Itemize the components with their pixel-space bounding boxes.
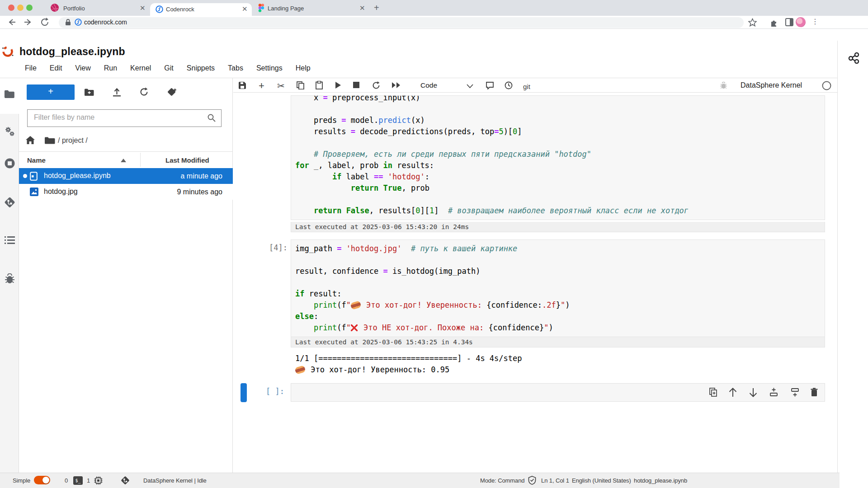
statusbar-filename[interactable]: hotdog_please.ipynb	[634, 477, 687, 484]
notebook-content: x = preprocess_input(x) preds = model.pr…	[233, 93, 837, 473]
settings-gears-icon[interactable]	[4, 126, 15, 137]
window-minimize-button[interactable]	[17, 5, 24, 11]
menu-item-settings[interactable]: Settings	[256, 64, 283, 72]
move-cell-down-icon[interactable]	[749, 388, 758, 397]
selected-cell-indicator[interactable]	[241, 383, 247, 402]
cell-3-prompt: [ ]:	[266, 387, 284, 396]
column-header-modified[interactable]: Last Modified	[165, 156, 209, 164]
git-toolbar-label[interactable]: git	[523, 83, 530, 90]
forward-icon[interactable]	[24, 18, 33, 27]
cell-2-execution-info: Last executed at 2025-03-06 15:43:25 in …	[291, 337, 825, 347]
add-cell-icon[interactable]: +	[259, 80, 264, 92]
file-name: hotdog.jpg	[44, 188, 78, 196]
cut-icon[interactable]: ✂	[277, 80, 285, 91]
tab-codenrock-close-icon[interactable]: ✕	[242, 5, 248, 13]
cell-2-prompt: [4]:	[269, 243, 288, 252]
side-panel-icon[interactable]	[785, 18, 793, 26]
running-sessions-icon[interactable]	[4, 158, 15, 169]
browser-menu-icon[interactable]: ⋮	[811, 17, 819, 26]
insert-cell-below-icon[interactable]	[790, 388, 800, 397]
menu-item-tabs[interactable]: Tabs	[228, 64, 243, 72]
tab-portfolio-close-icon[interactable]: ✕	[140, 4, 146, 12]
breadcrumb-folder-icon[interactable]	[44, 136, 55, 145]
terminal-icon[interactable]: $_	[73, 476, 83, 485]
bookmark-star-icon[interactable]	[748, 18, 757, 27]
simple-mode-toggle-knob	[42, 477, 49, 483]
copy-icon[interactable]	[297, 81, 304, 89]
column-header-name[interactable]: Name	[27, 156, 46, 164]
tab-landing-page-close-icon[interactable]: ✕	[359, 4, 365, 12]
terminals-count: 0	[65, 477, 68, 484]
file-modified: 9 minutes ago	[177, 188, 222, 196]
menu-item-edit[interactable]: Edit	[50, 64, 62, 72]
duplicate-cell-icon[interactable]	[709, 388, 717, 397]
comment-icon[interactable]	[486, 81, 494, 89]
browser-tab-bar: Portfolio ✕ Codenrock ✕ Landing Page ✕ +	[0, 0, 868, 16]
url-input[interactable]	[59, 17, 744, 28]
table-of-contents-icon[interactable]	[4, 235, 15, 246]
cell-type-chevron-icon[interactable]	[467, 84, 473, 89]
window-close-button[interactable]	[8, 5, 14, 11]
notebook-title: hotdog_please.ipynb	[19, 46, 125, 58]
language-label[interactable]: English (United States)	[572, 477, 631, 484]
menu-item-run[interactable]: Run	[104, 64, 117, 72]
reload-icon[interactable]	[41, 18, 50, 27]
menu-item-snippets[interactable]: Snippets	[187, 64, 215, 72]
image-file-icon	[30, 188, 38, 196]
paste-icon[interactable]	[316, 81, 323, 89]
cursor-position-label[interactable]: Ln 1, Col 1	[541, 477, 569, 484]
trust-shield-icon[interactable]	[528, 476, 536, 485]
restart-kernel-icon[interactable]	[372, 81, 380, 89]
browser-avatar[interactable]	[796, 17, 806, 27]
cell-type-select[interactable]: Code	[420, 81, 437, 89]
delete-cell-icon[interactable]	[811, 388, 818, 397]
kernel-status-icon[interactable]	[822, 81, 831, 90]
save-icon[interactable]	[238, 81, 246, 89]
debugger-icon[interactable]	[4, 273, 15, 285]
extensions-icon[interactable]	[770, 18, 778, 27]
home-icon[interactable]	[25, 136, 35, 145]
code-cell-3-editor[interactable]	[291, 383, 825, 402]
kernel-name[interactable]: DataSphere Kernel	[741, 81, 802, 89]
stop-icon[interactable]	[353, 82, 359, 88]
back-icon[interactable]	[7, 18, 16, 27]
new-folder-icon[interactable]	[84, 88, 94, 97]
new-view-icon[interactable]	[168, 87, 178, 97]
git-status-icon[interactable]	[121, 476, 130, 485]
cell-2-output: 1/1 [==============================] - 4…	[291, 347, 825, 375]
menu-item-help[interactable]: Help	[296, 64, 311, 72]
upload-icon[interactable]	[112, 87, 122, 97]
menu-item-git[interactable]: Git	[164, 64, 173, 72]
share-icon[interactable]	[848, 52, 860, 64]
breadcrumb[interactable]: / project /	[58, 136, 88, 145]
kernel-sessions-icon[interactable]	[94, 476, 103, 485]
column-divider	[140, 153, 141, 167]
move-cell-up-icon[interactable]	[728, 388, 737, 397]
simple-mode-label: Simple	[13, 477, 30, 484]
history-icon[interactable]	[505, 81, 513, 89]
new-tab-button[interactable]: +	[374, 3, 379, 13]
insert-cell-above-icon[interactable]	[769, 388, 778, 397]
tab-codenrock-label: Codenrock	[166, 6, 194, 13]
tab-codenrock[interactable]: Codenrock ✕	[150, 3, 252, 16]
files-icon[interactable]	[4, 89, 15, 100]
run-all-icon[interactable]	[392, 82, 401, 89]
code-cell-1-editor[interactable]: x = preprocess_input(x) preds = model.pr…	[291, 95, 825, 220]
menu-item-view[interactable]: View	[75, 64, 90, 72]
code-cell-2-editor[interactable]: img_path = 'hotdog.jpg' # путь к вашей к…	[291, 239, 825, 337]
modified-dot	[23, 174, 27, 178]
mode-label[interactable]: Mode: Command	[480, 477, 524, 484]
landing-page-favicon	[258, 4, 264, 12]
run-icon[interactable]	[335, 81, 341, 89]
kernel-status-label[interactable]: DataSphere Kernel | Idle	[143, 477, 207, 484]
sort-ascending-icon	[120, 158, 127, 163]
menu-item-file[interactable]: File	[25, 64, 37, 72]
kernel-bug-icon[interactable]	[720, 82, 727, 89]
git-icon[interactable]	[4, 197, 15, 208]
refresh-files-icon[interactable]	[139, 87, 149, 97]
new-launcher-button[interactable]: +	[27, 84, 75, 100]
window-zoom-button[interactable]	[26, 5, 33, 11]
file-row-image[interactable]: hotdog.jpg 9 minutes ago	[19, 184, 233, 200]
menu-item-kernel[interactable]: Kernel	[130, 64, 151, 72]
file-row-notebook[interactable]: hotdog_please.ipynb a minute ago	[19, 168, 233, 184]
